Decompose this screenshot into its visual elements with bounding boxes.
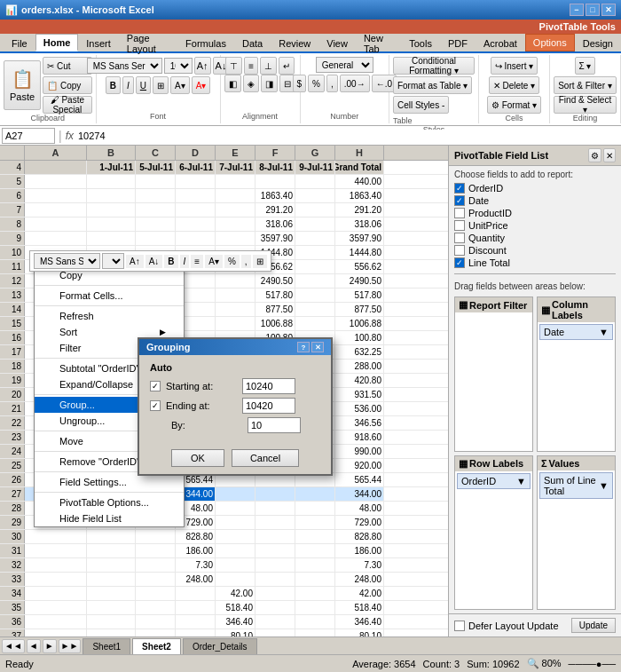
cell[interactable] [25,232,87,245]
cell[interactable] [25,530,87,543]
conditional-formatting-button[interactable]: Conditional Formatting ▾ [393,57,475,75]
cell[interactable] [255,502,295,515]
cell[interactable] [295,232,335,245]
cell[interactable] [295,558,335,572]
cell[interactable]: 3597.90 [255,232,295,245]
paste-special-button[interactable]: 🖌 Paste Special [43,96,91,114]
font-color-button[interactable]: A▾ [192,76,211,94]
font-size-select[interactable]: 10 [164,58,193,74]
cell[interactable] [25,587,87,600]
row-number[interactable]: 36 [0,615,25,629]
cell[interactable] [295,303,335,316]
cell[interactable]: 1006.88 [335,317,384,330]
cell[interactable]: 318.06 [255,217,295,231]
sheet-nav-next[interactable]: ► [43,639,57,653]
row-number[interactable]: 6 [0,189,25,202]
defer-check[interactable]: Defer Layout Update [454,621,559,631]
cell[interactable] [136,587,176,600]
cell[interactable] [136,530,176,543]
pivot-field-checkbox[interactable] [454,220,465,231]
update-button[interactable]: Update [571,618,616,633]
context-menu-item[interactable]: PivotTable Options... [35,494,184,510]
cell[interactable]: 518.40 [335,601,384,614]
cell[interactable] [295,615,335,629]
cell[interactable]: 5-Jul-11 [136,161,176,174]
cell[interactable] [87,530,136,543]
pivot-field-checkbox[interactable] [454,208,465,218]
align-right-button[interactable]: ◨ [261,75,278,92]
tab-page-layout[interactable]: Page Layout [119,34,177,51]
row-number[interactable]: 31 [0,544,25,557]
mini-grow-btn[interactable]: A↑ [126,255,144,268]
cell[interactable] [25,175,87,188]
cell[interactable] [255,615,295,629]
cell[interactable] [295,629,335,636]
ok-button[interactable]: OK [171,449,224,467]
cell[interactable] [176,587,216,600]
cell[interactable]: 517.80 [255,289,295,302]
cell[interactable]: 80.10 [216,629,255,636]
cell[interactable]: 186.00 [176,544,216,557]
cell[interactable] [295,502,335,515]
cell[interactable] [216,175,255,188]
cell[interactable] [295,317,335,330]
pivot-field-item[interactable]: Quantity [454,233,616,243]
cell[interactable]: 344.00 [335,487,384,501]
cell[interactable] [216,203,255,217]
cell[interactable] [295,203,335,217]
cell[interactable]: 920.00 [335,459,384,472]
cell[interactable]: 877.50 [255,303,295,316]
cell[interactable]: 420.80 [335,374,384,387]
context-menu-item[interactable]: Field Settings... [35,474,184,490]
pivot-area-item[interactable]: Sum of Line Total▼ [539,472,613,499]
tab-pdf[interactable]: PDF [440,34,476,51]
pivot-field-item[interactable]: ✓Date [454,195,616,206]
row-number[interactable]: 19 [0,374,25,387]
col-header-C[interactable]: C [136,146,176,160]
cell[interactable] [176,189,216,202]
tab-formulas[interactable]: Formulas [177,34,234,51]
cell[interactable] [87,189,136,202]
align-bottom-button[interactable]: ⊥ [260,57,277,75]
cell[interactable] [216,573,255,586]
cell[interactable] [176,615,216,629]
tab-acrobat[interactable]: Acrobat [476,34,525,51]
pivot-field-checkbox[interactable] [454,245,465,256]
mini-italic-btn[interactable]: I [180,255,190,268]
row-number[interactable]: 27 [0,487,25,501]
cell[interactable] [136,601,176,614]
cell[interactable] [216,232,255,245]
cell[interactable] [216,544,255,557]
mini-align-btn[interactable]: ≡ [191,255,203,268]
row-number[interactable]: 15 [0,317,25,330]
cell[interactable]: 828.80 [176,530,216,543]
cell[interactable]: 42.00 [216,587,255,600]
cell[interactable] [216,274,255,288]
col-header-G[interactable]: G [295,146,335,160]
paste-button[interactable]: 📋 Paste [4,60,41,110]
row-number[interactable]: 25 [0,459,25,472]
cell[interactable]: 565.44 [335,473,384,486]
col-header-D[interactable]: D [176,146,216,160]
format-button[interactable]: ⚙ Format ▾ [487,96,541,114]
row-number[interactable]: 34 [0,587,25,600]
align-middle-button[interactable]: ≡ [244,57,258,75]
cell[interactable] [136,573,176,586]
row-number[interactable]: 30 [0,530,25,543]
row-number[interactable]: 22 [0,416,25,430]
cell[interactable] [87,558,136,572]
row-number[interactable]: 21 [0,402,25,415]
mini-size-select[interactable]: 10 [102,253,124,269]
cell[interactable] [25,189,87,202]
row-number[interactable]: 5 [0,175,25,188]
pivot-area-item[interactable]: Date▼ [539,324,613,340]
wrap-text-button[interactable]: ↵ [279,57,295,75]
cell[interactable] [136,217,176,231]
cell[interactable] [295,516,335,529]
cell[interactable] [295,587,335,600]
sheet-nav-left[interactable]: ◄◄ [2,639,25,653]
row-number[interactable]: 17 [0,345,25,359]
cell[interactable]: 729.00 [335,516,384,529]
cell[interactable] [255,601,295,614]
increase-decimal-button[interactable]: .00→ [340,75,370,92]
